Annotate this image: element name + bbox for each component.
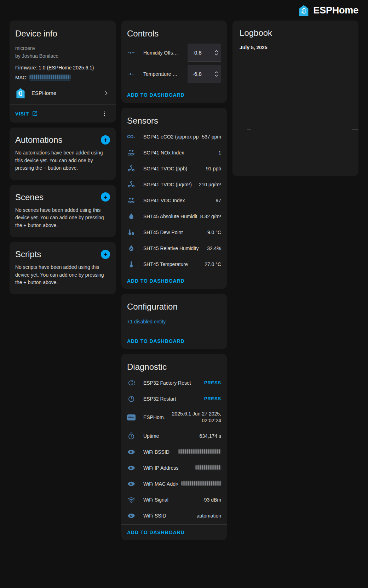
new-box-icon: NEW [127,413,136,422]
device-firmware: Firmware: 1.0 (ESPHome 2025.6.1) [15,65,110,70]
power-icon [127,395,136,403]
diagnostic-row[interactable]: ESP32 Restart PRESS [127,391,221,407]
add-scene-button[interactable]: + [101,192,110,202]
disabled-entities-link[interactable]: +1 disabled entity [127,319,221,324]
chemical-icon [127,180,136,189]
divider [247,166,251,166]
diagnostic-row[interactable]: WiFi IP Address [127,460,221,476]
number-value: -6.8 [192,71,214,77]
diagnostic-row[interactable]: NEW ESPHom… 2025.6.1 Jun 27 2025, 02:02:… [127,407,221,428]
add-to-dashboard-button[interactable]: ADD TO DASHBOARD [127,338,185,344]
timer-icon [127,432,136,440]
automations-empty-text: No automations have been added using thi… [15,149,110,172]
add-script-button[interactable]: + [101,250,110,259]
diagnostic-label: WiFi Signal [143,497,199,503]
divider [352,166,358,166]
device-info-card: Device info microenv by Joshua Boniface … [10,21,116,123]
sensor-label: SGP41 TVOC (ppb) [143,166,202,171]
integration-row-esphome[interactable]: ESPHome [15,85,110,104]
diagnostic-label: ESP32 Restart [143,396,201,402]
diagnostic-value: 634,174 s [200,433,222,439]
thermometer-icon [127,260,136,268]
sensor-row[interactable]: SHT45 Temperature 27.0 °C [127,256,221,272]
sensor-row[interactable]: SHT45 Relative Humidity 32.4% [127,240,221,256]
divider [247,93,251,93]
sensors-card: Sensors CO₂ SGP41 eCO2 (approx ppm) 537 … [121,108,227,289]
press-button[interactable]: PRESS [204,380,221,385]
divider [352,93,358,93]
divider [352,129,358,130]
logbook-title: Logbook [240,28,351,38]
add-to-dashboard-button[interactable]: ADD TO DASHBOARD [127,278,185,284]
sensor-label: SHT45 Relative Humidity [143,245,203,251]
diagnostic-label: WiFi IP Address [143,465,192,471]
sensor-row[interactable]: SHT45 Dew Point 9.0 °C [127,224,221,240]
sensor-label: SGP41 VOC Index [143,198,212,203]
stepper-arrows-icon[interactable] [214,70,219,78]
add-automation-button[interactable]: + [101,135,110,145]
configuration-card: Configuration +1 disabled entity ADD TO … [121,294,227,349]
molecule-co2-icon: CO₂ [127,132,136,141]
sensor-label: SHT45 Absolute Humidity [143,214,197,219]
sensor-value: 97 [215,198,221,203]
add-to-dashboard-button[interactable]: ADD TO DASHBOARD [127,530,185,535]
logbook-card: Logbook July 5, 2025 [232,21,358,176]
diagnostic-row[interactable]: WiFi MAC Addre… [127,476,221,492]
number-input[interactable]: -0.8 [188,44,221,62]
diagnostic-label: WiFi MAC Addre… [143,481,178,487]
logbook-date: July 5, 2025 [232,45,358,50]
sensor-value: 32.4% [207,245,221,251]
diagnostic-label: ESP32 Factory Reset [143,380,201,386]
controls-title: Controls [127,28,221,39]
controls-card: Controls Humidity Offs… -0.8 [121,21,227,103]
diagnostic-label: Uptime [143,433,196,439]
redacted-value [196,465,221,471]
diagnostic-row[interactable]: ESP32 Factory Reset PRESS [127,375,221,391]
device-info-title: Device info [15,28,110,39]
sensor-label: SHT45 Dew Point [143,230,204,235]
esphome-logo-icon [15,87,26,98]
redacted-value [179,449,221,455]
wifi-icon [127,496,136,504]
scripts-title: Scripts [15,249,41,259]
redacted-value [182,481,221,487]
sensor-value: 210 µg/m³ [199,182,221,187]
sensor-row[interactable]: SGP41 VOC Index 97 [127,192,221,208]
automations-title: Automations [15,135,62,145]
sensor-value: 537 ppm [202,134,221,140]
air-filter-icon [127,196,136,205]
eye-icon [127,448,136,456]
air-filter-icon [127,148,136,157]
diagnostic-row[interactable]: Uptime 634,174 s [127,428,221,444]
sensor-label: SHT45 Temperature [143,261,201,267]
diagnostic-row[interactable]: WiFi SSID automation [127,508,221,524]
visit-button[interactable]: VISIT [15,111,38,117]
diagnostic-value: 2025.6.1 Jun 27 2025, 02:02:24 [168,411,221,424]
sensor-row[interactable]: SGP41 TVOC (ppb) 91 ppb [127,160,221,176]
stepper-arrows-icon[interactable] [214,49,219,57]
diagnostic-row[interactable]: WiFi Signal -93 dBm [127,492,221,508]
scenes-empty-text: No scenes have been added using this dev… [15,207,110,230]
sensor-value: 91 ppb [206,166,221,171]
top-bar: ESPHome [0,0,368,21]
chemical-icon [127,164,136,173]
number-input[interactable]: -6.8 [188,65,221,83]
scripts-empty-text: No scripts have been added using this de… [15,264,110,287]
scenes-card: Scenes + No scenes have been added using… [10,185,116,237]
logbook-entries-list[interactable] [232,55,358,176]
press-button[interactable]: PRESS [204,396,221,401]
sensor-row[interactable]: SGP41 NOx Index 1 [127,145,221,160]
sensor-row[interactable]: CO₂ SGP41 eCO2 (approx ppm) 537 ppm [127,129,221,145]
sensor-row[interactable]: SHT45 Absolute Humidity 8.32 g/m³ [127,208,221,224]
control-label: Humidity Offs… [143,50,188,56]
slider-icon [127,49,136,57]
diagnostic-value: automation [197,513,221,519]
add-to-dashboard-button[interactable]: ADD TO DASHBOARD [127,92,185,98]
sensor-value: 9.0 °C [207,230,221,235]
overflow-menu-button[interactable] [98,107,111,120]
diagnostic-row[interactable]: WiFi BSSID [127,444,221,460]
device-author: by Joshua Boniface [15,52,110,60]
sensor-row[interactable]: SGP41 TVOC (µg/m³) 210 µg/m³ [127,176,221,192]
sensor-value: 8.32 g/m³ [200,214,221,219]
scripts-card: Scripts + No scripts have been added usi… [10,242,116,294]
